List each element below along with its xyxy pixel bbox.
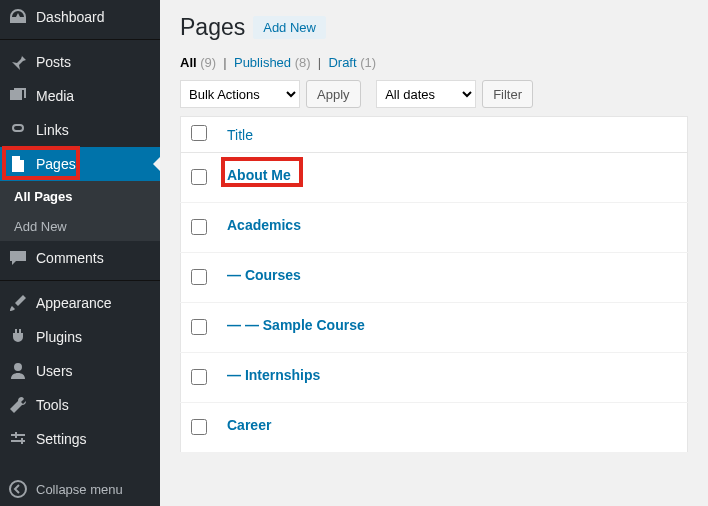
sidebar-item-label: Tools (36, 397, 69, 413)
row-title-link[interactable]: — Internships (227, 367, 320, 383)
sidebar-submenu-pages: All Pages Add New (0, 181, 160, 241)
dashboard-icon (8, 7, 28, 27)
row-checkbox[interactable] (191, 419, 207, 435)
filter-published-count: (8) (295, 55, 311, 70)
sidebar-item-pages[interactable]: Pages (0, 147, 160, 181)
sidebar-item-users[interactable]: Users (0, 354, 160, 388)
sidebar-item-links[interactable]: Links (0, 113, 160, 147)
add-new-button[interactable]: Add New (253, 16, 326, 39)
sidebar-item-label: Pages (36, 156, 76, 172)
row-title-link[interactable]: About Me (227, 167, 291, 183)
collapse-label: Collapse menu (36, 482, 123, 497)
svg-point-0 (10, 481, 26, 497)
brush-icon (8, 293, 28, 313)
row-checkbox[interactable] (191, 219, 207, 235)
sidebar-item-label: Users (36, 363, 73, 379)
row-checkbox[interactable] (191, 319, 207, 335)
row-checkbox[interactable] (191, 269, 207, 285)
sidebar-item-settings[interactable]: Settings (0, 422, 160, 456)
link-icon (8, 120, 28, 140)
plug-icon (8, 327, 28, 347)
sliders-icon (8, 429, 28, 449)
admin-sidebar: Dashboard Posts Media Links Pages All (0, 0, 160, 506)
sidebar-item-dashboard[interactable]: Dashboard (0, 0, 160, 34)
pages-icon (8, 154, 28, 174)
submenu-item-all-pages[interactable]: All Pages (0, 181, 160, 211)
filter-all-count: (9) (200, 55, 216, 70)
filter-button[interactable]: Filter (482, 80, 533, 108)
filter-draft[interactable]: Draft (328, 55, 356, 70)
select-all-checkbox[interactable] (191, 125, 207, 141)
row-title-link[interactable]: Career (227, 417, 271, 433)
table-row: — — Sample Course (181, 303, 688, 353)
table-row: Career (181, 403, 688, 453)
sidebar-item-label: Settings (36, 431, 87, 447)
status-filter-links: All (9) | Published (8) | Draft (1) (180, 55, 688, 70)
table-row: — Courses (181, 253, 688, 303)
apply-button[interactable]: Apply (306, 80, 361, 108)
filter-all[interactable]: All (180, 55, 197, 70)
bulk-actions-select[interactable]: Bulk Actions (180, 80, 300, 108)
sidebar-item-label: Links (36, 122, 69, 138)
sidebar-item-tools[interactable]: Tools (0, 388, 160, 422)
sidebar-item-comments[interactable]: Comments (0, 241, 160, 275)
sidebar-item-label: Posts (36, 54, 71, 70)
wrench-icon (8, 395, 28, 415)
collapse-menu[interactable]: Collapse menu (0, 472, 160, 506)
sidebar-item-label: Media (36, 88, 74, 104)
sidebar-item-label: Appearance (36, 295, 112, 311)
submenu-item-add-new[interactable]: Add New (0, 211, 160, 241)
column-title[interactable]: Title (227, 127, 253, 143)
row-checkbox[interactable] (191, 369, 207, 385)
row-title-link[interactable]: — Courses (227, 267, 301, 283)
table-row: — Internships (181, 353, 688, 403)
media-icon (8, 86, 28, 106)
row-title-link[interactable]: Academics (227, 217, 301, 233)
sidebar-item-label: Plugins (36, 329, 82, 345)
main-content: Pages Add New All (9) | Published (8) | … (160, 0, 708, 506)
pages-table: Title About Me Academics — Cours (180, 116, 688, 453)
pin-icon (8, 52, 28, 72)
sidebar-item-plugins[interactable]: Plugins (0, 320, 160, 354)
sidebar-item-label: Dashboard (36, 9, 105, 25)
user-icon (8, 361, 28, 381)
sidebar-item-label: Comments (36, 250, 104, 266)
comment-icon (8, 248, 28, 268)
filter-draft-count: (1) (360, 55, 376, 70)
row-checkbox[interactable] (191, 169, 207, 185)
table-row: Academics (181, 203, 688, 253)
sidebar-item-posts[interactable]: Posts (0, 45, 160, 79)
date-filter-select[interactable]: All dates (376, 80, 476, 108)
collapse-icon (8, 479, 28, 499)
table-row: About Me (181, 153, 688, 203)
row-title-link[interactable]: — — Sample Course (227, 317, 365, 333)
filter-published[interactable]: Published (234, 55, 291, 70)
page-title: Pages (180, 14, 245, 41)
sidebar-item-media[interactable]: Media (0, 79, 160, 113)
sidebar-item-appearance[interactable]: Appearance (0, 286, 160, 320)
